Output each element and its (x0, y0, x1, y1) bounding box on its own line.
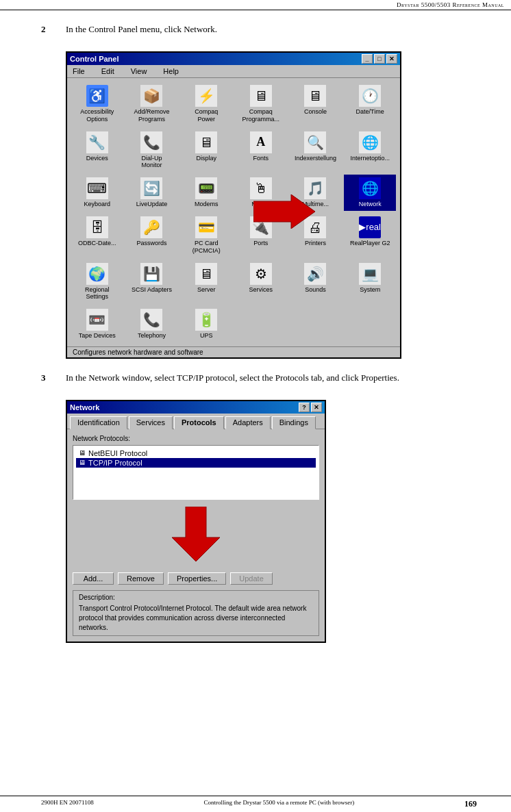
tab-services[interactable]: Services (129, 416, 173, 429)
icon-liveupdate[interactable]: 🔄 LiveUpdate (126, 175, 178, 211)
control-panel-window: Control Panel _ □ ✕ File Edit View Help … (66, 51, 401, 359)
icon-internetopt[interactable]: 🌐 Internetoptio... (344, 129, 396, 173)
liveupdate-icon: 🔄 (140, 177, 162, 199)
icon-passwords[interactable]: 🔑 Passwords (126, 214, 178, 257)
control-panel-titlebar: Control Panel _ □ ✕ (67, 53, 400, 65)
modems-icon: 📟 (195, 177, 217, 199)
tcpip-label: TCP/IP Protocol (88, 459, 142, 467)
red-down-arrow (172, 507, 220, 561)
icon-services[interactable]: ⚙ Services (235, 260, 287, 304)
description-group: Description: Transport Control Protocol/… (73, 590, 319, 636)
icon-sounds[interactable]: 🔊 Sounds (290, 260, 342, 304)
network-icon: 🌐 (359, 177, 381, 199)
step3-text: In the Network window, select TCP/IP pro… (66, 372, 399, 383)
tcpip-icon: 🖥 (79, 459, 86, 466)
icon-ups[interactable]: 🔋 UPS (180, 306, 232, 342)
scsi-icon: 💾 (140, 263, 162, 285)
sounds-icon: 🔊 (304, 263, 326, 285)
svg-marker-0 (253, 194, 315, 229)
menu-file[interactable]: File (70, 66, 88, 76)
icon-datetime[interactable]: 🕐 Date/Time (344, 82, 396, 126)
maximize-button[interactable]: □ (374, 54, 385, 64)
compaq-prog-icon: 🖥 (250, 85, 272, 107)
icon-network[interactable]: 🌐 Network (344, 175, 396, 211)
addremove-icon: 📦 (140, 85, 162, 107)
update-button[interactable]: Update (230, 572, 272, 585)
icon-keyboard[interactable]: ⌨ Keyboard (71, 175, 123, 211)
protocols-group-label: Network Protocols: (73, 435, 319, 442)
icon-fonts[interactable]: A Fonts (235, 129, 287, 173)
netbeui-protocol-item[interactable]: 🖥 NetBEUI Protocol (76, 448, 316, 458)
icon-modems[interactable]: 📟 Modems (180, 175, 232, 211)
tab-bindings[interactable]: Bindings (272, 416, 316, 429)
icon-realplayer[interactable]: ▶real RealPlayer G2 (344, 214, 396, 257)
keyboard-icon: ⌨ (86, 177, 108, 199)
control-panel-statusbar: Configures network hardware and software (67, 346, 400, 357)
realplayer-icon: ▶real (359, 216, 381, 238)
description-text: Transport Control Protocol/Internet Prot… (79, 604, 313, 633)
dialog-titlebar-buttons: ? ✕ (299, 403, 322, 412)
icon-compaq-power[interactable]: ⚡ CompaqPower (180, 82, 232, 126)
page-content: 2 In the Control Panel menu, click Netwo… (0, 10, 511, 668)
tab-identification[interactable]: Identification (70, 416, 127, 429)
control-panel-icons: ♿ AccessibilityOptions 📦 Add/RemoveProgr… (67, 78, 400, 346)
titlebar-buttons: _ □ ✕ (362, 54, 397, 64)
menu-edit[interactable]: Edit (99, 66, 117, 76)
passwords-icon: 🔑 (140, 216, 162, 238)
icon-indexerstellung[interactable]: 🔍 Indexerstellung (290, 129, 342, 173)
icon-dialup[interactable]: 📞 Dial-UpMonitor (126, 129, 178, 173)
odbc-icon: 🗄 (86, 216, 108, 238)
add-button[interactable]: Add... (73, 572, 114, 585)
icon-regional[interactable]: 🌍 RegionalSettings (71, 260, 123, 304)
properties-button[interactable]: Properties... (168, 572, 226, 585)
telephony-icon: 📞 (140, 309, 162, 331)
tab-adapters[interactable]: Adapters (225, 416, 271, 429)
icon-tapedev[interactable]: 📼 Tape Devices (71, 306, 123, 342)
menu-view[interactable]: View (128, 66, 150, 76)
minimize-button[interactable]: _ (362, 54, 373, 64)
console-icon: 🖥 (304, 85, 326, 107)
pccard-icon: 💳 (195, 216, 217, 238)
dialog-content: Network Protocols: 🖥 NetBEUI Protocol 🖥 … (67, 429, 325, 642)
icon-server[interactable]: 🖥 Server (180, 260, 232, 304)
close-button[interactable]: ✕ (386, 54, 397, 64)
icon-accessibility[interactable]: ♿ AccessibilityOptions (71, 82, 123, 126)
dialog-help-button[interactable]: ? (299, 403, 310, 412)
protocols-listbox[interactable]: 🖥 NetBEUI Protocol 🖥 TCP/IP Protocol (73, 445, 319, 500)
statusbar-text: Configures network hardware and software (73, 348, 203, 356)
remove-button[interactable]: Remove (118, 572, 164, 585)
icon-compaq-prog[interactable]: 🖥 CompaqProgramma... (235, 82, 287, 126)
tcpip-protocol-item[interactable]: 🖥 TCP/IP Protocol (76, 458, 316, 468)
empty-slot-1 (235, 306, 287, 342)
icon-display[interactable]: 🖥 Display (180, 129, 232, 173)
network-dialog: Network ? ✕ Identification Services Prot… (66, 400, 326, 643)
footer-left: 2900H EN 20071108 (41, 799, 94, 809)
icon-console[interactable]: 🖥 Console (290, 82, 342, 126)
step2-text: In the Control Panel menu, click Network… (66, 24, 217, 35)
icon-scsi[interactable]: 💾 SCSI Adapters (126, 260, 178, 304)
footer-center: Controlling the Drystar 5500 via a remot… (203, 799, 354, 809)
network-dialog-title: Network (70, 403, 99, 411)
icon-odbc[interactable]: 🗄 ODBC-Date... (71, 214, 123, 257)
menu-help[interactable]: Help (160, 66, 182, 76)
display-icon: 🖥 (195, 131, 217, 153)
red-right-arrow (253, 194, 315, 229)
accessibility-icon: ♿ (86, 85, 108, 107)
datetime-icon: 🕐 (359, 85, 381, 107)
tapedev-icon: 📼 (86, 309, 108, 331)
icon-addremove[interactable]: 📦 Add/RemovePrograms (126, 82, 178, 126)
dialog-close-button[interactable]: ✕ (311, 403, 322, 412)
tab-protocols[interactable]: Protocols (174, 416, 224, 429)
page-header: Drystar 5500/5503 Reference Manual (0, 0, 511, 10)
devices-icon: 🔧 (86, 131, 108, 153)
internetopt-icon: 🌐 (359, 131, 381, 153)
services-icon: ⚙ (250, 263, 272, 285)
icon-devices[interactable]: 🔧 Devices (71, 129, 123, 173)
network-tabs: Identification Services Protocols Adapte… (67, 414, 325, 429)
icon-telephony[interactable]: 📞 Telephony (126, 306, 178, 342)
step3-block: 3 In the Network window, select TCP/IP p… (41, 372, 477, 383)
icon-pccard[interactable]: 💳 PC Card(PCMCIA) (180, 214, 232, 257)
icon-system[interactable]: 💻 System (344, 260, 396, 304)
netbeui-label: NetBEUI Protocol (88, 449, 147, 457)
page-footer: 2900H EN 20071108 Controlling the Drysta… (0, 796, 511, 812)
